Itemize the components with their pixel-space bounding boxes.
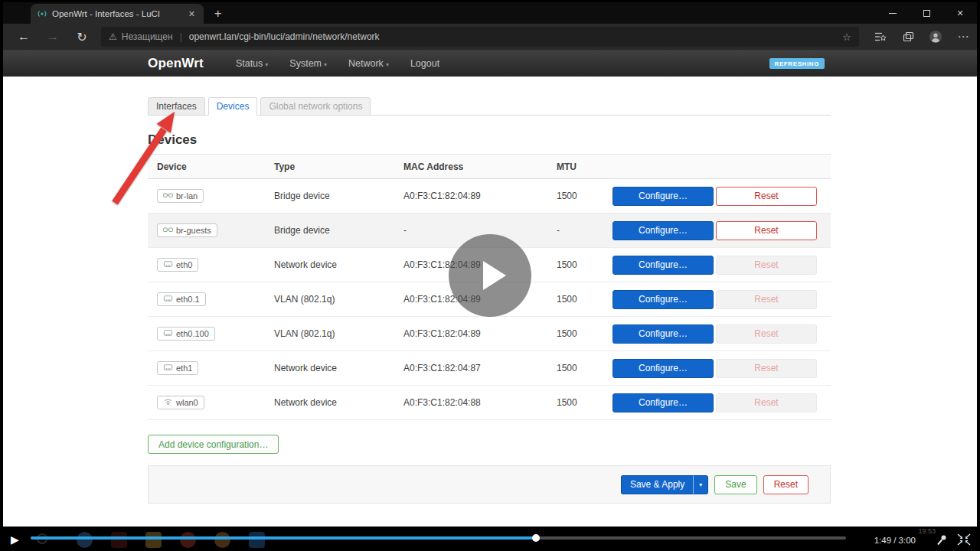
collections-icon[interactable] bbox=[894, 24, 922, 51]
progress-bar[interactable] bbox=[31, 536, 846, 540]
profile-avatar[interactable] bbox=[922, 24, 949, 51]
menu-status[interactable]: Status▾ bbox=[236, 58, 268, 69]
new-tab-button[interactable]: + bbox=[214, 8, 221, 20]
reset-button[interactable]: Reset bbox=[716, 221, 817, 240]
close-window-button[interactable]: ✕ bbox=[943, 2, 977, 24]
device-name: br-guests bbox=[176, 226, 211, 235]
exit-fullscreen-icon[interactable] bbox=[957, 533, 971, 546]
restore-icon bbox=[923, 10, 930, 17]
configure-button[interactable]: Configure… bbox=[612, 290, 714, 309]
device-type-cell: Bridge device bbox=[265, 225, 394, 236]
device-badge: eth0.100 bbox=[157, 327, 215, 341]
pin-icon[interactable] bbox=[936, 534, 948, 546]
mtu-cell: - bbox=[547, 225, 603, 236]
device-badge: br-lan bbox=[157, 189, 204, 203]
port-icon bbox=[163, 260, 173, 269]
bridge-icon bbox=[163, 191, 173, 201]
device-badge: br-guests bbox=[157, 223, 217, 237]
chevron-down-icon: ▾ bbox=[265, 61, 268, 68]
form-reset-button[interactable]: Reset bbox=[763, 475, 808, 494]
header-mtu: MTU bbox=[547, 161, 603, 172]
header-type: Type bbox=[265, 161, 394, 172]
minimize-button[interactable] bbox=[876, 2, 910, 24]
port-icon bbox=[163, 329, 173, 338]
address-separator: | bbox=[180, 31, 182, 42]
video-controls: ▶ 19:53 1:49 / 3:00 bbox=[0, 527, 980, 551]
device-type-cell: Network device bbox=[265, 363, 394, 373]
reset-button[interactable]: Reset bbox=[716, 324, 817, 344]
favorite-star-icon[interactable]: ☆ bbox=[842, 31, 851, 43]
reset-button[interactable]: Reset bbox=[716, 393, 817, 412]
minimize-icon bbox=[889, 13, 897, 14]
configure-button[interactable]: Configure… bbox=[612, 187, 714, 206]
menu-network[interactable]: Network▾ bbox=[348, 58, 389, 69]
table-header-row: Device Type MAC Address MTU bbox=[148, 155, 831, 179]
device-type-cell: Bridge device bbox=[265, 191, 394, 201]
tab-devices[interactable]: Devices bbox=[208, 97, 258, 116]
tab-global-network-options[interactable]: Global network options bbox=[260, 97, 371, 116]
taskbar-ghost-icon bbox=[249, 532, 265, 548]
device-badge: wlan0 bbox=[157, 396, 204, 409]
settings-menu-icon[interactable]: ⋯ bbox=[949, 24, 977, 51]
mtu-cell: 1500 bbox=[547, 191, 603, 201]
luci-tab-bar: Interfaces Devices Global network option… bbox=[148, 97, 831, 116]
address-bar[interactable]: ⚠ Незащищен | openwrt.lan/cgi-bin/luci/a… bbox=[101, 27, 859, 47]
reset-button[interactable]: Reset bbox=[716, 187, 817, 206]
restore-button[interactable] bbox=[910, 2, 943, 24]
back-button[interactable]: ← bbox=[9, 30, 38, 44]
reset-button[interactable]: Reset bbox=[716, 256, 817, 275]
close-tab-icon[interactable]: ✕ bbox=[186, 9, 198, 19]
menu-logout[interactable]: Logout bbox=[410, 58, 439, 69]
header-device: Device bbox=[148, 161, 265, 172]
save-button[interactable]: Save bbox=[714, 475, 756, 494]
device-name: eth0.100 bbox=[176, 329, 209, 338]
menu-system[interactable]: System▾ bbox=[289, 58, 327, 69]
configure-button[interactable]: Configure… bbox=[612, 221, 714, 240]
device-name: br-lan bbox=[176, 191, 198, 201]
save-apply-button[interactable]: Save & Apply bbox=[621, 475, 693, 494]
mtu-cell: 1500 bbox=[547, 328, 603, 339]
device-type-cell: VLAN (802.1q) bbox=[265, 294, 394, 305]
mac-address-cell: A0:F3:C1:82:04:89 bbox=[394, 191, 547, 201]
device-type-cell: Network device bbox=[265, 259, 394, 270]
device-badge: eth0.1 bbox=[157, 292, 206, 306]
table-row: eth1 Network device A0:F3:C1:82:04:87 15… bbox=[148, 351, 831, 386]
url-text: openwrt.lan/cgi-bin/luci/admin/network/n… bbox=[189, 31, 843, 42]
mtu-cell: 1500 bbox=[547, 363, 603, 373]
luci-brand: OpenWrt bbox=[148, 56, 204, 71]
reset-button[interactable]: Reset bbox=[716, 359, 817, 378]
refreshing-badge[interactable]: REFRESHING bbox=[769, 58, 825, 69]
device-name: eth0.1 bbox=[176, 295, 200, 304]
device-badge: eth0 bbox=[157, 258, 198, 272]
favorites-hub-icon[interactable] bbox=[867, 24, 894, 51]
site-favicon-icon bbox=[37, 9, 47, 18]
progress-knob[interactable] bbox=[532, 534, 540, 542]
forward-button[interactable]: → bbox=[38, 30, 67, 44]
configure-button[interactable]: Configure… bbox=[612, 256, 714, 275]
save-apply-dropdown-button[interactable]: ▾ bbox=[693, 475, 708, 494]
tab-interfaces[interactable]: Interfaces bbox=[148, 97, 205, 116]
refresh-button[interactable]: ↻ bbox=[67, 30, 96, 44]
video-frame: OpenWrt - Interfaces - LuCI ✕ + ✕ ← → ↻ … bbox=[0, 0, 980, 551]
device-name: eth1 bbox=[176, 364, 192, 373]
security-label: Незащищен bbox=[122, 31, 173, 42]
page-title: Devices bbox=[148, 132, 831, 148]
header-mac: MAC Address bbox=[394, 161, 547, 172]
player-play-button[interactable]: ▶ bbox=[11, 533, 19, 546]
taskbar-ghost-icon bbox=[180, 532, 196, 548]
browser-tab[interactable]: OpenWrt - Interfaces - LuCI ✕ bbox=[31, 4, 204, 24]
configure-button[interactable]: Configure… bbox=[612, 359, 714, 378]
luci-navbar: OpenWrt Status▾ System▾ Network▾ Logout … bbox=[3, 51, 977, 77]
add-device-configuration-button[interactable]: Add device configuration… bbox=[148, 435, 279, 454]
reset-button[interactable]: Reset bbox=[716, 290, 817, 309]
mac-address-cell: A0:F3:C1:82:04:87 bbox=[394, 363, 547, 373]
tab-title: OpenWrt - Interfaces - LuCI bbox=[52, 9, 186, 18]
configure-button[interactable]: Configure… bbox=[612, 393, 714, 412]
taskbar-ghost-icon bbox=[145, 532, 162, 548]
chevron-down-icon: ▾ bbox=[386, 61, 389, 68]
configure-button[interactable]: Configure… bbox=[612, 324, 714, 344]
mtu-cell: 1500 bbox=[547, 294, 603, 305]
wifi-icon bbox=[163, 398, 173, 407]
save-apply-split-button: Save & Apply ▾ bbox=[621, 475, 708, 494]
video-play-overlay-button[interactable] bbox=[449, 234, 531, 317]
